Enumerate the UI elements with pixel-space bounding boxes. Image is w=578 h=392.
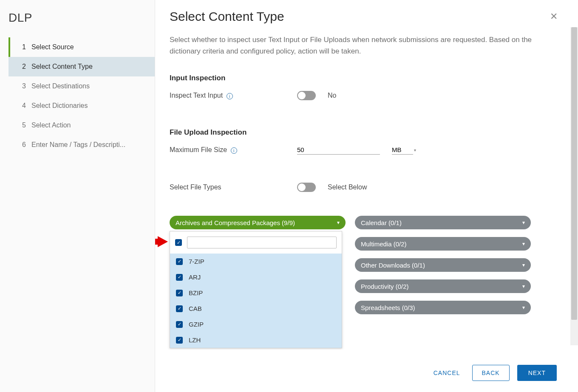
max-file-size-label-text: Maximum File Size (170, 146, 227, 153)
pill-label: Other Downloads (0/1) (361, 262, 425, 269)
file-type-left-column: Archives and Compressed Packages (9/9) ▾… (170, 216, 346, 229)
pill-label: Productivity (0/2) (361, 283, 409, 290)
pill-label: Spreadsheets (0/3) (361, 304, 415, 311)
scrollbar[interactable] (570, 27, 578, 345)
page-title: Select Content Type (170, 9, 578, 24)
pill-calendar[interactable]: Calendar (0/1) ▾ (355, 216, 531, 229)
dropdown-item-gzip[interactable]: ✓ GZIP (170, 316, 342, 332)
pill-other-downloads[interactable]: Other Downloads (0/1) ▾ (355, 258, 531, 272)
checkbox[interactable]: ✓ (176, 321, 183, 328)
main-panel: Select Content Type ✕ Select whether to … (155, 0, 578, 392)
select-file-types-label: Select File Types (170, 183, 297, 191)
page-description: Select whether to inspect user Text Inpu… (170, 34, 544, 57)
inspect-text-value: No (328, 92, 336, 99)
chevron-down-icon: ▾ (522, 283, 525, 289)
chevron-down-icon: ▾ (522, 305, 525, 310)
dropdown-item-cab[interactable]: ✓ CAB (170, 301, 342, 316)
info-icon[interactable]: i (231, 147, 237, 154)
back-button[interactable]: BACK (472, 365, 510, 381)
step-select-destinations[interactable]: 3 Select Destinations (8, 76, 155, 96)
dropdown-item-bzip[interactable]: ✓ BZIP (170, 285, 342, 301)
step-number: 1 (22, 43, 31, 51)
dropdown-header: ✓ (170, 231, 342, 254)
step-label: Select Source (31, 43, 74, 51)
step-label: Enter Name / Tags / Descripti... (31, 141, 125, 149)
step-label: Select Destinations (31, 82, 90, 90)
dropdown-search-input[interactable] (187, 237, 337, 248)
cancel-button[interactable]: CANCEL (429, 366, 465, 380)
svg-marker-0 (155, 236, 168, 247)
select-all-checkbox[interactable]: ✓ (175, 239, 182, 246)
step-select-action[interactable]: 5 Select Action (8, 116, 155, 135)
file-type-groups: Archives and Compressed Packages (9/9) ▾… (170, 216, 553, 229)
checkbox[interactable]: ✓ (176, 290, 183, 296)
item-label: LZH (189, 336, 201, 344)
select-file-types-toggle[interactable] (297, 183, 316, 192)
next-button[interactable]: NEXT (517, 365, 557, 381)
step-number: 4 (22, 102, 31, 110)
inspect-text-row: Inspect Text Input i No (170, 91, 553, 100)
checkbox[interactable]: ✓ (176, 258, 183, 265)
step-select-dictionaries[interactable]: 4 Select Dictionaries (8, 96, 155, 116)
step-label: Select Content Type (31, 63, 93, 71)
max-file-size-label: Maximum File Size i (170, 146, 297, 154)
select-file-types-row: Select File Types Select Below (170, 183, 553, 192)
scrollbar-thumb[interactable] (571, 27, 577, 320)
step-number: 2 (22, 63, 31, 71)
info-icon[interactable]: i (227, 93, 233, 99)
unit-select[interactable]: MB ▾ (380, 145, 416, 155)
pill-archives[interactable]: Archives and Compressed Packages (9/9) ▾ (170, 216, 346, 229)
inspect-text-toggle[interactable] (297, 91, 316, 100)
input-inspection-heading: Input Inspection (170, 74, 553, 82)
pill-multimedia[interactable]: Multimedia (0/2) ▾ (355, 237, 531, 251)
unit-value: MB (392, 145, 413, 155)
footer: CANCEL BACK NEXT (155, 354, 578, 392)
step-number: 3 (22, 82, 31, 90)
close-button[interactable]: ✕ (550, 11, 558, 22)
content-scroll[interactable]: Select whether to inspect user Text Inpu… (155, 30, 568, 350)
select-file-types-value: Select Below (328, 183, 367, 191)
file-type-right-column: Calendar (0/1) ▾ Multimedia (0/2) ▾ Othe… (355, 216, 531, 314)
chevron-down-icon: ▾ (522, 220, 525, 226)
item-label: CAB (189, 305, 202, 312)
step-select-source[interactable]: 1 Select Source (8, 37, 155, 57)
archives-dropdown: ✓ ✓ 7-ZIP ✓ ARJ ✓ (170, 231, 342, 348)
dropdown-item-lzh[interactable]: ✓ LZH (170, 332, 342, 348)
dropdown-item-arj[interactable]: ✓ ARJ (170, 269, 342, 285)
item-label: GZIP (189, 321, 204, 328)
checkbox[interactable]: ✓ (176, 337, 183, 344)
chevron-down-icon: ▾ (522, 241, 525, 247)
annotation-arrow-icon (155, 236, 168, 249)
chevron-down-icon: ▾ (337, 220, 340, 226)
dropdown-item-7zip[interactable]: ✓ 7-ZIP (170, 254, 342, 269)
step-enter-name[interactable]: 6 Enter Name / Tags / Descripti... (8, 135, 155, 155)
item-label: 7-ZIP (189, 258, 204, 265)
checkbox[interactable]: ✓ (176, 305, 183, 312)
dropdown-list[interactable]: ✓ 7-ZIP ✓ ARJ ✓ BZIP ✓ C (170, 254, 342, 348)
pill-label: Calendar (0/1) (361, 219, 402, 226)
close-icon: ✕ (550, 11, 558, 22)
max-file-size-input[interactable] (297, 145, 380, 155)
inspect-text-label-text: Inspect Text Input (170, 92, 223, 99)
chevron-down-icon: ▾ (522, 262, 525, 268)
max-file-size-row: Maximum File Size i MB ▾ (170, 145, 553, 155)
sidebar: DLP 1 Select Source 2 Select Content Typ… (0, 0, 155, 392)
step-label: Select Dictionaries (31, 102, 88, 110)
step-number: 6 (22, 141, 31, 149)
pill-label: Multimedia (0/2) (361, 240, 407, 248)
inspect-text-label: Inspect Text Input i (170, 92, 297, 99)
item-label: ARJ (189, 274, 201, 281)
chevron-down-icon: ▾ (414, 148, 416, 152)
step-number: 5 (22, 121, 31, 129)
sidebar-title: DLP (8, 11, 155, 25)
step-select-content-type[interactable]: 2 Select Content Type (8, 57, 155, 76)
item-label: BZIP (189, 289, 203, 296)
checkbox[interactable]: ✓ (176, 274, 183, 281)
step-label: Select Action (31, 121, 71, 129)
pill-spreadsheets[interactable]: Spreadsheets (0/3) ▾ (355, 301, 531, 314)
pill-label: Archives and Compressed Packages (9/9) (176, 219, 295, 226)
pill-productivity[interactable]: Productivity (0/2) ▾ (355, 279, 531, 293)
file-upload-heading: File Upload Inspection (170, 128, 553, 137)
